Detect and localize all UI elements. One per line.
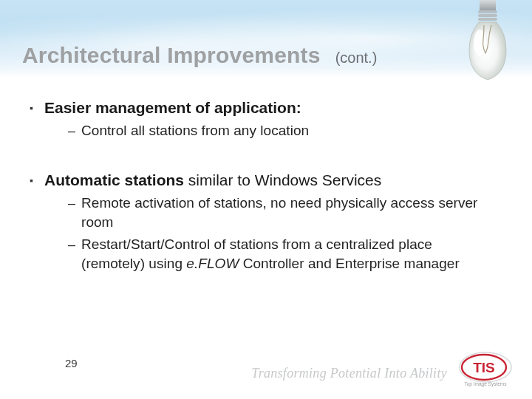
- sub-bullet-text: Restart/Start/Control of stations from a…: [81, 235, 488, 273]
- sub-bullet-marker: –: [68, 235, 81, 254]
- slide: Architectural Improvements (cont.) ▪ Eas…: [0, 0, 532, 399]
- sub-bullet-text: Control all stations from any location: [81, 121, 309, 140]
- bullet-level2: – Remote activation of stations, no need…: [68, 194, 488, 232]
- sub-bullet-marker: –: [68, 121, 81, 140]
- page-number: 29: [65, 357, 78, 369]
- sub-bullet-text: Remote activation of stations, no need p…: [81, 194, 488, 232]
- bullet-text: Easier management of application:: [44, 98, 301, 118]
- tis-logo: TIS Top Image Systems: [454, 351, 517, 388]
- bullet-regular: similar to Windows Services: [184, 171, 381, 188]
- title-cont: (cont.): [335, 50, 378, 66]
- sub-bullet-marker: –: [68, 194, 81, 213]
- tagline: Transforming Potential Into Ability: [251, 366, 447, 381]
- bullet-marker: ▪: [30, 98, 44, 118]
- bullet-marker: ▪: [30, 170, 44, 191]
- title-main: Architectural Improvements: [22, 43, 321, 68]
- bullet-bold: Easier management of application:: [44, 99, 301, 116]
- content-area: ▪ Easier management of application: – Co…: [30, 95, 488, 275]
- svg-text:Top Image Systems: Top Image Systems: [464, 381, 507, 387]
- bullet-level2: – Control all stations from any location: [68, 121, 488, 140]
- svg-text:TIS: TIS: [473, 360, 495, 375]
- bullet-level1: ▪ Easier management of application:: [30, 98, 488, 118]
- bullet-text: Automatic stations similar to Windows Se…: [44, 170, 381, 191]
- bullet-level2: – Restart/Start/Control of stations from…: [68, 235, 488, 273]
- bullet-level1: ▪ Automatic stations similar to Windows …: [30, 170, 488, 191]
- bullet-bold: Automatic stations: [44, 171, 184, 188]
- slide-title: Architectural Improvements (cont.): [22, 43, 443, 68]
